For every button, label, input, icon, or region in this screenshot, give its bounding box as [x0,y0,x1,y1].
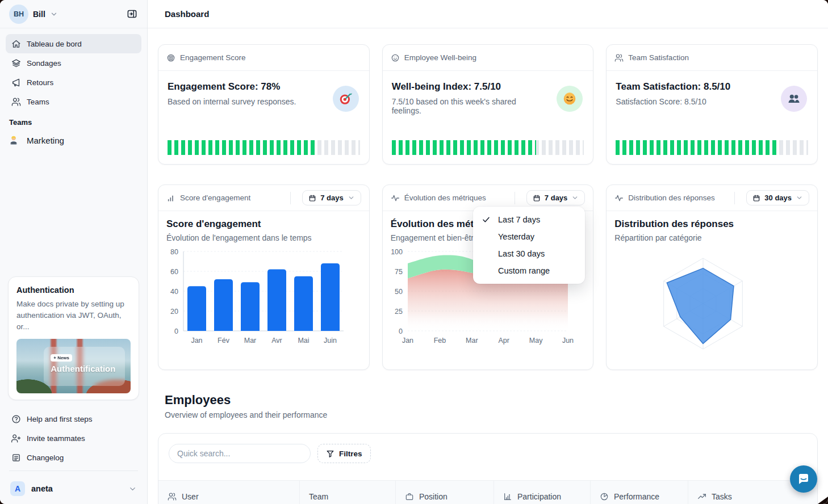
chevron-down-icon [571,194,579,201]
technologist-emoji-icon [8,135,19,146]
card-header: Distribution des réponses 30 days [607,185,817,211]
column-label: User [182,492,199,501]
menu-item-yesterday[interactable]: Yesterday [473,228,585,245]
svg-text:Mar: Mar [466,337,478,345]
svg-text:Avr: Avr [271,337,282,345]
column-label: Team [309,492,328,501]
svg-text:Apr: Apr [498,337,509,345]
card-header-label: Évolution des métriques [404,194,486,202]
employees-subtitle: Overview of employees and their performa… [165,410,811,419]
range-label: 30 days [764,194,792,202]
activity-icon [391,194,400,203]
calendar-icon [533,194,541,202]
engagement-progress-bar [168,140,360,155]
sidebar-item-label: Sondages [27,59,61,68]
chevron-down-icon [128,485,137,493]
promo-description: Make docs private by setting up authenti… [16,299,131,333]
range-label: 7 days [545,194,567,202]
column-header-participation[interactable]: Participation [494,481,590,504]
megaphone-icon [11,78,21,87]
card-header-label: Team Satisfaction [628,53,689,62]
users-icon [614,53,624,62]
engagement-score-card: Engagement Score Engagement Score: 78% B… [158,44,370,165]
range-selector-button[interactable]: 7 days [302,190,361,205]
workspace-switcher[interactable]: A aneta [6,478,141,499]
engagement-chart-card: Score d'engagement 7 days Score d'engage… [158,184,370,370]
workspace-name: aneta [31,484,53,493]
home-icon [11,39,21,49]
stat-description: Based on internal survey responses. [168,97,310,106]
chat-launcher-button[interactable] [790,465,817,493]
menu-item-last-7-days[interactable]: Last 7 days [473,211,585,228]
svg-text:75: 75 [395,268,403,276]
news-badge: + News [51,354,72,362]
card-header: Team Satisfaction [607,45,817,71]
range-selector-button[interactable]: 7 days [526,190,585,205]
smile-icon [391,53,400,62]
employees-table-card: Filtres User Team Position Participation [158,433,818,504]
user-name[interactable]: Bill [33,10,45,19]
authentication-promo-card[interactable]: Authentication Make docs private by sett… [8,276,139,400]
filters-button[interactable]: Filtres [317,444,371,463]
chevron-down-icon [796,194,803,201]
sidebar-item-label: Tableau de bord [27,40,82,48]
sidebar-item-changelog[interactable]: Changelog [6,448,141,467]
cursor-artifact [818,497,828,504]
menu-item-label: Last 30 days [498,249,545,258]
bar-chart-icon [166,194,175,203]
sidebar-item-label: Help and first steps [27,415,93,423]
progress-fill [392,140,536,155]
sidebar-item-teams[interactable]: Teams [6,92,141,111]
user-avatar[interactable]: BH [9,5,28,24]
sidebar-item-label: Invite teammates [27,434,85,443]
menu-item-label: Custom range [498,266,550,275]
header-divider [290,192,291,204]
sidebar-header: BH Bill [0,0,147,28]
chevron-down-icon [50,10,58,18]
column-label: Position [419,492,448,501]
sidebar-item-help[interactable]: Help and first steps [6,409,141,429]
range-dropdown-menu: Last 7 days Yesterday Last 30 days Custo… [473,207,585,284]
sidebar-item-feedback[interactable]: Retours [6,73,141,92]
chart-subtitle: Évolution de l'engagement dans le temps [166,233,361,242]
svg-text:Feb: Feb [433,337,446,345]
menu-item-label: Yesterday [498,232,534,241]
sidebar-item-surveys[interactable]: Sondages [6,53,141,73]
svg-text:25: 25 [395,308,403,316]
trending-up-icon [697,492,706,501]
bar-chart-icon [503,492,512,501]
svg-text:60: 60 [170,268,178,276]
svg-text:0: 0 [399,327,403,335]
sidebar: BH Bill Tableau de bord Sondages Retours [0,0,148,504]
stat-title: Team Satisfaction: 8.5/10 [616,81,808,93]
menu-item-last-30-days[interactable]: Last 30 days [473,245,585,262]
wellbeing-progress-bar [392,140,584,155]
team-satisfaction-card: Team Satisfaction Team Satisfaction: 8.5… [606,44,818,165]
range-selector-button[interactable]: 30 days [746,190,809,205]
chart-title: Score d'engagement [166,219,361,230]
sidebar-team-marketing[interactable]: Marketing [0,129,147,152]
svg-text:20: 20 [170,308,178,316]
card-header-label: Score d'engagement [180,194,250,202]
search-input[interactable] [169,444,311,463]
stat-title: Well-being Index: 7.5/10 [392,81,584,93]
pie-chart-icon [600,492,609,501]
card-header: Employee Well-being [383,45,593,71]
sidebar-item-label: Retours [27,78,53,87]
menu-item-custom-range[interactable]: Custom range [473,262,585,279]
stat-description: Satisfaction Score: 8.5/10 [616,97,758,106]
sidebar-divider [9,471,138,471]
target-emoji-icon [333,86,359,112]
header-divider [515,192,515,204]
column-header-performance[interactable]: Performance [590,481,688,504]
card-header: Score d'engagement 7 days [158,185,369,211]
column-header-position[interactable]: Position [395,481,494,504]
column-header-user[interactable]: User [158,481,299,504]
column-header-team[interactable]: Team [299,481,395,504]
column-label: Performance [614,492,659,501]
newspaper-icon [11,453,21,463]
sidebar-collapse-button[interactable] [123,6,140,23]
sidebar-item-invite[interactable]: Invite teammates [6,429,141,448]
sidebar-item-dashboard[interactable]: Tableau de bord [6,34,141,53]
promo-title: Authentication [16,285,131,295]
